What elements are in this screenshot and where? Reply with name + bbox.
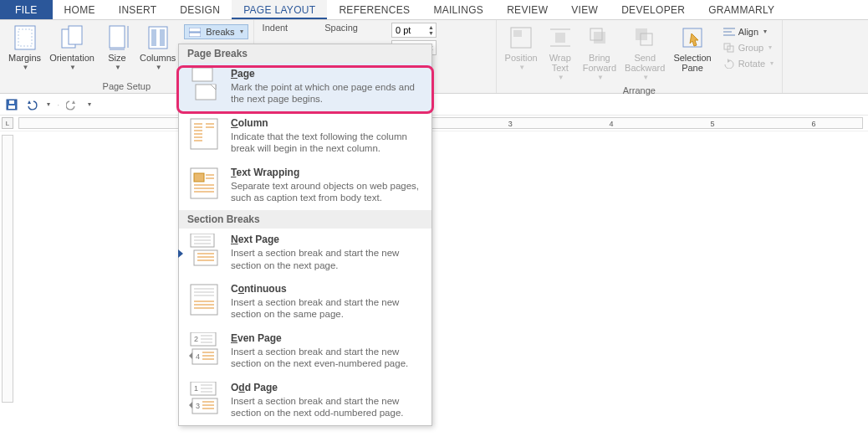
menu-item-continuous[interactable]: ContinuousContinuous Insert a section br… xyxy=(179,278,431,327)
breaks-label: Breaks xyxy=(206,25,234,39)
dropdown-caret-icon: ▼ xyxy=(69,64,76,72)
vertical-ruler[interactable] xyxy=(2,135,13,403)
even-page-icon: 2 4 xyxy=(187,332,221,370)
orientation-label: Orientation xyxy=(49,53,94,63)
tab-home[interactable]: HOME xyxy=(53,0,107,19)
breaks-dropdown: Page Breaks PPageage Mark the point at w… xyxy=(178,44,432,426)
spinner-buttons[interactable]: ▲▼ xyxy=(428,24,434,36)
tab-file[interactable]: FILE xyxy=(0,0,53,19)
svg-rect-19 xyxy=(636,28,647,40)
ruler-tick: 3 xyxy=(508,118,513,130)
send-backward-button[interactable]: Send Backward▼ xyxy=(621,23,668,84)
group-arrange: Position▼ Wrap Text▼ Bring Forward▼ Send… xyxy=(497,20,783,93)
menu-item-desc: Indicate that the text following the col… xyxy=(231,131,425,155)
menu-item-column-break[interactable]: ColumnColumn Indicate that the text foll… xyxy=(179,112,431,162)
breaks-icon xyxy=(189,28,201,37)
menu-item-even-page[interactable]: 2 4 Even PageEven Page Insert a section … xyxy=(179,327,431,377)
menu-item-desc: Insert a section break and start the new… xyxy=(231,346,425,370)
group-objects-button[interactable]: Group▾ xyxy=(720,40,777,55)
wrap-text-button[interactable]: Wrap Text▼ xyxy=(543,23,578,84)
svg-rect-28 xyxy=(9,100,14,104)
columns-icon xyxy=(145,24,171,51)
selection-pane-icon xyxy=(679,24,706,51)
align-button[interactable]: Align▾ xyxy=(720,24,777,39)
size-button[interactable]: Size ▼ xyxy=(100,23,135,74)
ribbon: Margins ▼ Orientation ▼ Size ▼ xyxy=(0,20,868,94)
orientation-icon xyxy=(59,24,85,51)
ruler-tick: 4 xyxy=(610,118,614,130)
menu-item-title: ColumnColumn xyxy=(231,117,425,129)
rotate-button[interactable]: Rotate▾ xyxy=(720,56,777,71)
page-break-icon xyxy=(187,68,221,105)
undo-dropdown-caret[interactable]: ▾ xyxy=(47,100,50,108)
text-wrapping-icon xyxy=(187,167,221,204)
qat-customize-caret[interactable]: ▾ xyxy=(88,100,91,108)
size-icon xyxy=(104,24,130,51)
selection-pane-button[interactable]: Selection Pane xyxy=(670,23,714,74)
tab-grammarly[interactable]: GRAMMARLY xyxy=(697,0,786,19)
rotate-icon xyxy=(723,59,735,69)
svg-rect-9 xyxy=(160,29,165,46)
spacing-heading: Spacing xyxy=(321,23,358,33)
menu-item-desc: Insert a section break and start the new… xyxy=(231,296,425,321)
tab-review[interactable]: REVIEW xyxy=(495,0,559,19)
menu-item-next-page[interactable]: Next PageNext Page Insert a section brea… xyxy=(179,229,431,278)
document-area[interactable] xyxy=(0,131,868,447)
redo-button[interactable] xyxy=(66,98,79,111)
group-label-arrange: Arrange xyxy=(502,84,777,95)
menu-item-odd-page[interactable]: 1 3 Odd PageOdd Page Insert a section br… xyxy=(179,377,431,426)
odd-page-icon: 1 3 xyxy=(187,382,221,419)
margins-button[interactable]: Margins ▼ xyxy=(5,23,44,74)
tab-insert[interactable]: INSERT xyxy=(107,0,169,19)
menu-item-title: Even PageEven Page xyxy=(231,332,425,344)
columns-button[interactable]: Columns ▼ xyxy=(136,23,179,74)
tab-page-layout[interactable]: PAGE LAYOUT xyxy=(232,0,327,19)
columns-label: Columns xyxy=(140,53,176,63)
ruler-corner[interactable]: L xyxy=(2,117,13,129)
breaks-button[interactable]: Breaks ▾ xyxy=(184,24,248,39)
margins-label: Margins xyxy=(8,53,41,63)
tab-design[interactable]: DESIGN xyxy=(168,0,232,19)
dropdown-header-section-breaks: Section Breaks xyxy=(179,210,431,229)
save-button[interactable] xyxy=(5,98,18,111)
tab-view[interactable]: VIEW xyxy=(559,0,610,19)
spacing-before-field[interactable] xyxy=(396,25,419,35)
horizontal-ruler[interactable]: 2 3 4 5 6 xyxy=(18,117,863,129)
dropdown-caret-icon: ▼ xyxy=(23,64,29,72)
menu-item-title: Odd PageOdd Page xyxy=(231,382,425,393)
tab-references[interactable]: REFERENCES xyxy=(327,0,421,19)
menu-item-desc: Mark the point at which one page ends an… xyxy=(231,81,425,105)
wrap-text-icon xyxy=(547,24,574,51)
bring-forward-button[interactable]: Bring Forward▼ xyxy=(580,23,620,84)
send-backward-icon xyxy=(631,24,658,51)
svg-rect-11 xyxy=(189,33,201,37)
svg-rect-52 xyxy=(194,250,217,265)
svg-rect-41 xyxy=(191,168,217,198)
svg-rect-13 xyxy=(513,30,522,37)
dropdown-caret-icon: ▾ xyxy=(240,25,243,39)
menu-item-page-break[interactable]: PPageage Mark the point at which one pag… xyxy=(179,63,431,112)
svg-rect-29 xyxy=(8,105,15,109)
svg-rect-17 xyxy=(594,32,605,44)
tab-mailings[interactable]: MAILINGS xyxy=(421,0,495,19)
dropdown-header-page-breaks: Page Breaks xyxy=(179,44,431,63)
svg-rect-4 xyxy=(110,26,125,48)
column-break-icon xyxy=(187,117,221,155)
orientation-button[interactable]: Orientation ▼ xyxy=(46,23,98,74)
position-button[interactable]: Position▼ xyxy=(502,23,541,74)
menu-item-text-wrapping-break[interactable]: Text WrappingText Wrapping Separate text… xyxy=(179,162,431,211)
ribbon-tab-row: FILE HOME INSERT DESIGN PAGE LAYOUT REFE… xyxy=(0,0,868,20)
align-icon xyxy=(723,27,735,37)
ruler-row: L 2 3 4 5 6 xyxy=(0,116,868,131)
group-icon xyxy=(723,43,735,53)
spacing-before-input[interactable]: ▲▼ xyxy=(391,23,437,38)
position-icon xyxy=(508,24,534,51)
menu-item-title: Text WrappingText Wrapping xyxy=(231,167,425,178)
tab-developer[interactable]: DEVELOPER xyxy=(610,0,697,19)
size-label: Size xyxy=(108,53,125,63)
undo-button[interactable] xyxy=(25,98,38,111)
menu-item-desc: Insert a section break and start the new… xyxy=(231,247,425,271)
menu-item-desc: Insert a section break and start the new… xyxy=(231,395,425,419)
margins-icon xyxy=(12,24,38,51)
dropdown-caret-icon: ▼ xyxy=(156,64,162,72)
